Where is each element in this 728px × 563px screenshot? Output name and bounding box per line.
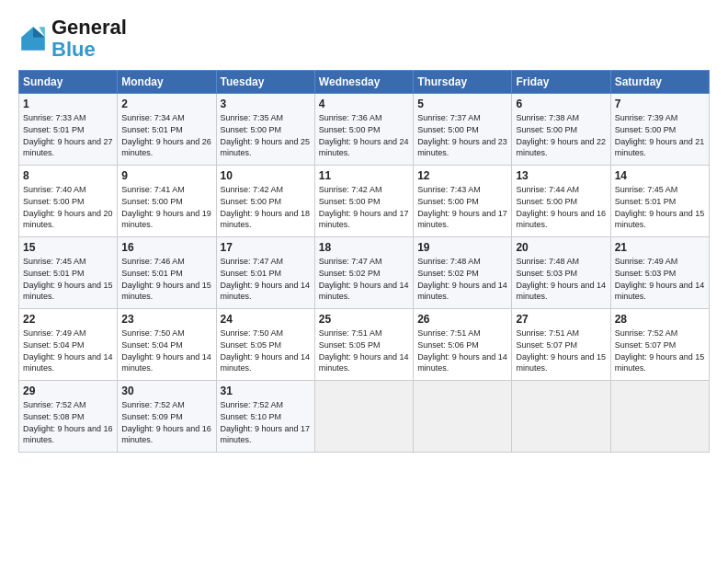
header: General Blue [18,17,710,61]
calendar-cell: 27 Sunrise: 7:51 AMSunset: 5:07 PMDaylig… [512,309,610,381]
calendar-cell: 22 Sunrise: 7:49 AMSunset: 5:04 PMDaylig… [19,309,118,381]
cell-info: Sunrise: 7:52 AMSunset: 5:08 PMDaylight:… [23,400,113,444]
cell-info: Sunrise: 7:42 AMSunset: 5:00 PMDaylight:… [221,185,311,229]
day-number: 4 [319,98,409,110]
col-header-wednesday: Wednesday [314,71,413,94]
day-number: 12 [417,169,507,182]
col-header-saturday: Saturday [610,71,709,94]
calendar-cell: 28 Sunrise: 7:52 AMSunset: 5:07 PMDaylig… [610,309,709,381]
day-number: 20 [516,241,606,254]
calendar-cell: 9 Sunrise: 7:41 AMSunset: 5:00 PMDayligh… [118,166,216,237]
day-number: 29 [23,385,113,397]
calendar-cell: 25 Sunrise: 7:51 AMSunset: 5:05 PMDaylig… [314,309,413,381]
day-number: 27 [516,313,606,326]
calendar-cell [414,381,512,453]
cell-info: Sunrise: 7:52 AMSunset: 5:09 PMDaylight:… [121,400,211,444]
calendar-cell: 18 Sunrise: 7:47 AMSunset: 5:02 PMDaylig… [314,237,413,309]
cell-info: Sunrise: 7:49 AMSunset: 5:04 PMDaylight:… [23,328,113,373]
day-number: 15 [23,241,113,254]
calendar-cell: 19 Sunrise: 7:48 AMSunset: 5:02 PMDaylig… [414,237,512,309]
col-header-friday: Friday [512,71,610,94]
calendar-cell: 2 Sunrise: 7:34 AMSunset: 5:01 PMDayligh… [118,94,216,166]
calendar-cell: 14 Sunrise: 7:45 AMSunset: 5:01 PMDaylig… [610,166,709,237]
day-number: 22 [23,313,113,326]
calendar-cell [314,381,413,453]
calendar-cell [610,381,709,453]
calendar-cell: 31 Sunrise: 7:52 AMSunset: 5:10 PMDaylig… [216,381,314,453]
calendar-cell: 30 Sunrise: 7:52 AMSunset: 5:09 PMDaylig… [118,381,216,453]
cell-info: Sunrise: 7:51 AMSunset: 5:05 PMDaylight:… [319,328,409,373]
calendar-cell: 10 Sunrise: 7:42 AMSunset: 5:00 PMDaylig… [216,166,314,237]
cell-info: Sunrise: 7:38 AMSunset: 5:00 PMDaylight:… [516,113,606,157]
day-number: 13 [516,169,606,182]
day-number: 24 [221,313,311,326]
cell-info: Sunrise: 7:44 AMSunset: 5:00 PMDaylight:… [516,185,606,229]
logo-blue: Blue [51,38,96,61]
calendar-cell: 8 Sunrise: 7:40 AMSunset: 5:00 PMDayligh… [19,166,118,237]
col-header-thursday: Thursday [414,71,512,94]
calendar-cell: 4 Sunrise: 7:36 AMSunset: 5:00 PMDayligh… [314,94,413,166]
logo-icon [18,24,48,53]
calendar-week-3: 15 Sunrise: 7:45 AMSunset: 5:01 PMDaylig… [19,237,710,309]
day-number: 23 [121,313,211,326]
day-number: 8 [23,169,113,182]
day-number: 5 [417,98,507,110]
calendar-cell: 21 Sunrise: 7:49 AMSunset: 5:03 PMDaylig… [610,237,709,309]
calendar-table: SundayMondayTuesdayWednesdayThursdayFrid… [18,70,710,453]
day-number: 10 [221,169,311,182]
cell-info: Sunrise: 7:51 AMSunset: 5:07 PMDaylight:… [516,328,606,373]
calendar-cell: 26 Sunrise: 7:51 AMSunset: 5:06 PMDaylig… [414,309,512,381]
calendar-cell: 24 Sunrise: 7:50 AMSunset: 5:05 PMDaylig… [216,309,314,381]
day-number: 26 [417,313,507,326]
cell-info: Sunrise: 7:52 AMSunset: 5:10 PMDaylight:… [221,400,311,444]
cell-info: Sunrise: 7:40 AMSunset: 5:00 PMDaylight:… [23,185,113,229]
day-number: 28 [615,313,705,326]
day-number: 9 [121,169,211,182]
logo-text: General Blue [51,17,127,61]
cell-info: Sunrise: 7:39 AMSunset: 5:00 PMDaylight:… [615,113,705,157]
day-number: 21 [615,241,705,254]
day-number: 17 [221,241,311,254]
day-number: 19 [417,241,507,254]
col-header-monday: Monday [118,71,216,94]
logo-general: General [51,16,127,39]
cell-info: Sunrise: 7:47 AMSunset: 5:02 PMDaylight:… [319,257,409,301]
day-number: 30 [121,385,211,397]
day-number: 31 [221,385,311,397]
calendar-cell: 13 Sunrise: 7:44 AMSunset: 5:00 PMDaylig… [512,166,610,237]
col-header-sunday: Sunday [19,71,118,94]
calendar-cell: 16 Sunrise: 7:46 AMSunset: 5:01 PMDaylig… [118,237,216,309]
day-number: 2 [121,98,211,110]
cell-info: Sunrise: 7:52 AMSunset: 5:07 PMDaylight:… [615,328,705,373]
cell-info: Sunrise: 7:50 AMSunset: 5:04 PMDaylight:… [121,328,211,373]
day-number: 3 [221,98,311,110]
day-number: 18 [319,241,409,254]
cell-info: Sunrise: 7:35 AMSunset: 5:00 PMDaylight:… [221,113,311,157]
calendar-week-2: 8 Sunrise: 7:40 AMSunset: 5:00 PMDayligh… [19,166,710,237]
cell-info: Sunrise: 7:37 AMSunset: 5:00 PMDaylight:… [417,113,507,157]
logo: General Blue [18,17,127,61]
header-row: SundayMondayTuesdayWednesdayThursdayFrid… [19,71,710,94]
day-number: 11 [319,169,409,182]
day-number: 6 [516,98,606,110]
cell-info: Sunrise: 7:34 AMSunset: 5:01 PMDaylight:… [121,113,211,157]
day-number: 14 [615,169,705,182]
calendar-cell: 1 Sunrise: 7:33 AMSunset: 5:01 PMDayligh… [19,94,118,166]
calendar-cell [512,381,610,453]
calendar-cell: 20 Sunrise: 7:48 AMSunset: 5:03 PMDaylig… [512,237,610,309]
calendar-cell: 12 Sunrise: 7:43 AMSunset: 5:00 PMDaylig… [414,166,512,237]
cell-info: Sunrise: 7:43 AMSunset: 5:00 PMDaylight:… [417,185,507,229]
day-number: 25 [319,313,409,326]
cell-info: Sunrise: 7:46 AMSunset: 5:01 PMDaylight:… [121,257,211,301]
day-number: 7 [615,98,705,110]
day-number: 1 [23,98,113,110]
calendar-cell: 5 Sunrise: 7:37 AMSunset: 5:00 PMDayligh… [414,94,512,166]
cell-info: Sunrise: 7:48 AMSunset: 5:03 PMDaylight:… [516,257,606,301]
calendar-cell: 15 Sunrise: 7:45 AMSunset: 5:01 PMDaylig… [19,237,118,309]
calendar-week-1: 1 Sunrise: 7:33 AMSunset: 5:01 PMDayligh… [19,94,710,166]
cell-info: Sunrise: 7:48 AMSunset: 5:02 PMDaylight:… [417,257,507,301]
cell-info: Sunrise: 7:51 AMSunset: 5:06 PMDaylight:… [417,328,507,373]
calendar-cell: 3 Sunrise: 7:35 AMSunset: 5:00 PMDayligh… [216,94,314,166]
calendar-cell: 11 Sunrise: 7:42 AMSunset: 5:00 PMDaylig… [314,166,413,237]
calendar-cell: 7 Sunrise: 7:39 AMSunset: 5:00 PMDayligh… [610,94,709,166]
